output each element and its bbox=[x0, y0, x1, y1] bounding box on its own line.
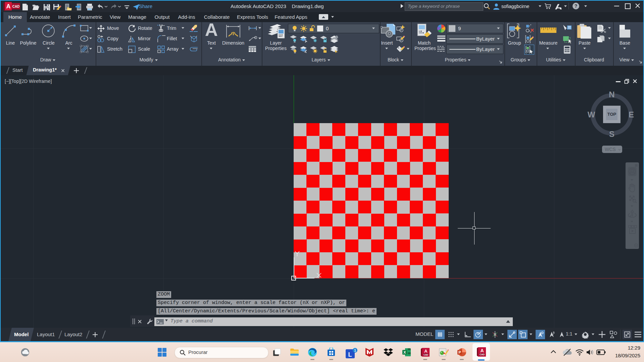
svg-text:CAD: CAD bbox=[12, 5, 20, 8]
svg-text:X: X bbox=[403, 350, 406, 354]
svg-text:A: A bbox=[480, 348, 484, 353]
svg-text:L: L bbox=[348, 351, 352, 358]
svg-text:A: A bbox=[424, 349, 428, 354]
svg-text:A: A bbox=[6, 3, 11, 10]
svg-text:CAD: CAD bbox=[424, 354, 428, 356]
svg-text:CAD: CAD bbox=[480, 353, 485, 356]
svg-text:P: P bbox=[458, 350, 461, 354]
svg-text:1: 1 bbox=[354, 349, 356, 352]
